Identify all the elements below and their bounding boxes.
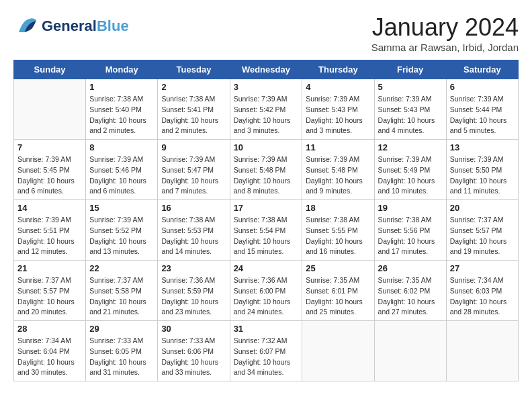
calendar-cell: 18Sunrise: 7:38 AMSunset: 5:55 PMDayligh…	[302, 200, 374, 261]
day-number: 5	[378, 82, 443, 92]
day-info: Sunrise: 7:39 AMSunset: 5:52 PMDaylight:…	[89, 215, 154, 257]
day-number: 7	[17, 142, 82, 152]
day-number: 3	[234, 82, 299, 92]
day-info: Sunrise: 7:37 AMSunset: 5:57 PMDaylight:…	[450, 215, 515, 257]
day-number: 31	[234, 324, 299, 334]
day-info: Sunrise: 7:39 AMSunset: 5:45 PMDaylight:…	[17, 154, 82, 197]
calendar-cell: 29Sunrise: 7:33 AMSunset: 6:05 PMDayligh…	[86, 321, 158, 381]
calendar-cell: 11Sunrise: 7:39 AMSunset: 5:48 PMDayligh…	[302, 140, 374, 200]
calendar-cell: 7Sunrise: 7:39 AMSunset: 5:45 PMDaylight…	[14, 140, 86, 200]
calendar-day-header: Saturday	[446, 60, 518, 79]
calendar-cell: 13Sunrise: 7:39 AMSunset: 5:50 PMDayligh…	[446, 140, 518, 200]
day-number: 22	[89, 263, 154, 273]
calendar-cell: 5Sunrise: 7:39 AMSunset: 5:43 PMDaylight…	[374, 79, 446, 140]
day-number: 18	[306, 203, 370, 213]
calendar-cell: 16Sunrise: 7:38 AMSunset: 5:53 PMDayligh…	[158, 200, 230, 261]
calendar-day-header: Thursday	[302, 60, 374, 79]
calendar-cell: 31Sunrise: 7:32 AMSunset: 6:07 PMDayligh…	[230, 321, 302, 381]
calendar-cell: 3Sunrise: 7:39 AMSunset: 5:42 PMDaylight…	[230, 79, 302, 140]
day-info: Sunrise: 7:38 AMSunset: 5:40 PMDaylight:…	[89, 94, 154, 136]
calendar-cell: 24Sunrise: 7:36 AMSunset: 6:00 PMDayligh…	[230, 261, 302, 321]
day-info: Sunrise: 7:39 AMSunset: 5:44 PMDaylight:…	[450, 94, 515, 136]
day-number: 17	[234, 203, 299, 213]
title-area: January 2024 Samma ar Rawsan, Irbid, Jor…	[371, 13, 519, 53]
location: Samma ar Rawsan, Irbid, Jordan	[371, 42, 519, 53]
day-info: Sunrise: 7:33 AMSunset: 6:06 PMDaylight:…	[161, 336, 226, 378]
day-info: Sunrise: 7:39 AMSunset: 5:51 PMDaylight:…	[17, 215, 82, 257]
day-number: 24	[234, 263, 299, 273]
day-info: Sunrise: 7:39 AMSunset: 5:47 PMDaylight:…	[161, 154, 226, 197]
calendar-cell: 22Sunrise: 7:37 AMSunset: 5:58 PMDayligh…	[86, 261, 158, 321]
day-number: 15	[89, 203, 154, 213]
day-number: 25	[306, 263, 370, 273]
day-info: Sunrise: 7:39 AMSunset: 5:48 PMDaylight:…	[306, 154, 370, 197]
calendar-cell: 19Sunrise: 7:38 AMSunset: 5:56 PMDayligh…	[374, 200, 446, 261]
day-info: Sunrise: 7:39 AMSunset: 5:43 PMDaylight:…	[378, 94, 443, 136]
day-number: 26	[378, 263, 443, 273]
day-number: 6	[450, 82, 515, 92]
calendar-table: SundayMondayTuesdayWednesdayThursdayFrid…	[13, 60, 519, 381]
calendar-cell: 20Sunrise: 7:37 AMSunset: 5:57 PMDayligh…	[446, 200, 518, 261]
day-number: 23	[161, 263, 226, 273]
calendar-week-row: 14Sunrise: 7:39 AMSunset: 5:51 PMDayligh…	[14, 200, 519, 261]
calendar-cell	[446, 321, 518, 381]
day-info: Sunrise: 7:39 AMSunset: 5:50 PMDaylight:…	[450, 154, 515, 197]
day-number: 21	[17, 263, 82, 273]
calendar-cell: 8Sunrise: 7:39 AMSunset: 5:46 PMDaylight…	[86, 140, 158, 200]
day-number: 10	[234, 142, 299, 152]
day-info: Sunrise: 7:38 AMSunset: 5:41 PMDaylight:…	[161, 94, 226, 136]
calendar-cell: 10Sunrise: 7:39 AMSunset: 5:48 PMDayligh…	[230, 140, 302, 200]
calendar-cell: 6Sunrise: 7:39 AMSunset: 5:44 PMDaylight…	[446, 79, 518, 140]
day-number: 19	[378, 203, 443, 213]
day-info: Sunrise: 7:39 AMSunset: 5:42 PMDaylight:…	[234, 94, 299, 136]
calendar-day-header: Wednesday	[230, 60, 302, 79]
day-number: 4	[306, 82, 370, 92]
day-info: Sunrise: 7:35 AMSunset: 6:01 PMDaylight:…	[306, 275, 370, 318]
calendar-cell: 14Sunrise: 7:39 AMSunset: 5:51 PMDayligh…	[14, 200, 86, 261]
day-info: Sunrise: 7:39 AMSunset: 5:48 PMDaylight:…	[234, 154, 299, 197]
day-info: Sunrise: 7:39 AMSunset: 5:43 PMDaylight:…	[306, 94, 370, 136]
calendar-cell: 17Sunrise: 7:38 AMSunset: 5:54 PMDayligh…	[230, 200, 302, 261]
logo-icon	[13, 13, 39, 39]
day-number: 1	[89, 82, 154, 92]
calendar-cell: 21Sunrise: 7:37 AMSunset: 5:57 PMDayligh…	[14, 261, 86, 321]
day-number: 12	[378, 142, 443, 152]
day-info: Sunrise: 7:39 AMSunset: 5:49 PMDaylight:…	[378, 154, 443, 197]
calendar-day-header: Sunday	[14, 60, 86, 79]
calendar-week-row: 21Sunrise: 7:37 AMSunset: 5:57 PMDayligh…	[14, 261, 519, 321]
calendar-day-header: Tuesday	[158, 60, 230, 79]
day-info: Sunrise: 7:38 AMSunset: 5:54 PMDaylight:…	[234, 215, 299, 257]
calendar-cell: 26Sunrise: 7:35 AMSunset: 6:02 PMDayligh…	[374, 261, 446, 321]
day-info: Sunrise: 7:37 AMSunset: 5:57 PMDaylight:…	[17, 275, 82, 318]
calendar-cell	[302, 321, 374, 381]
calendar-day-header: Friday	[374, 60, 446, 79]
day-number: 16	[161, 203, 226, 213]
calendar-day-header: Monday	[86, 60, 158, 79]
calendar-cell: 2Sunrise: 7:38 AMSunset: 5:41 PMDaylight…	[158, 79, 230, 140]
calendar-week-row: 1Sunrise: 7:38 AMSunset: 5:40 PMDaylight…	[14, 79, 519, 140]
day-number: 27	[450, 263, 515, 273]
calendar-cell: 25Sunrise: 7:35 AMSunset: 6:01 PMDayligh…	[302, 261, 374, 321]
calendar-cell: 28Sunrise: 7:34 AMSunset: 6:04 PMDayligh…	[14, 321, 86, 381]
day-info: Sunrise: 7:36 AMSunset: 6:00 PMDaylight:…	[234, 275, 299, 318]
day-info: Sunrise: 7:38 AMSunset: 5:56 PMDaylight:…	[378, 215, 443, 257]
calendar-cell: 27Sunrise: 7:34 AMSunset: 6:03 PMDayligh…	[446, 261, 518, 321]
calendar-cell: 15Sunrise: 7:39 AMSunset: 5:52 PMDayligh…	[86, 200, 158, 261]
day-number: 30	[161, 324, 226, 334]
calendar-week-row: 7Sunrise: 7:39 AMSunset: 5:45 PMDaylight…	[14, 140, 519, 200]
day-info: Sunrise: 7:33 AMSunset: 6:05 PMDaylight:…	[89, 336, 154, 378]
day-info: Sunrise: 7:34 AMSunset: 6:04 PMDaylight:…	[17, 336, 82, 378]
day-info: Sunrise: 7:32 AMSunset: 6:07 PMDaylight:…	[234, 336, 299, 378]
calendar-cell	[374, 321, 446, 381]
calendar-cell: 23Sunrise: 7:36 AMSunset: 5:59 PMDayligh…	[158, 261, 230, 321]
day-number: 8	[89, 142, 154, 152]
calendar-header-row: SundayMondayTuesdayWednesdayThursdayFrid…	[14, 60, 519, 79]
logo: GeneralBlue	[13, 13, 129, 39]
day-info: Sunrise: 7:38 AMSunset: 5:55 PMDaylight:…	[306, 215, 370, 257]
day-info: Sunrise: 7:36 AMSunset: 5:59 PMDaylight:…	[161, 275, 226, 318]
calendar-cell: 12Sunrise: 7:39 AMSunset: 5:49 PMDayligh…	[374, 140, 446, 200]
calendar-cell: 1Sunrise: 7:38 AMSunset: 5:40 PMDaylight…	[86, 79, 158, 140]
day-info: Sunrise: 7:38 AMSunset: 5:53 PMDaylight:…	[161, 215, 226, 257]
day-info: Sunrise: 7:34 AMSunset: 6:03 PMDaylight:…	[450, 275, 515, 318]
calendar-cell: 30Sunrise: 7:33 AMSunset: 6:06 PMDayligh…	[158, 321, 230, 381]
